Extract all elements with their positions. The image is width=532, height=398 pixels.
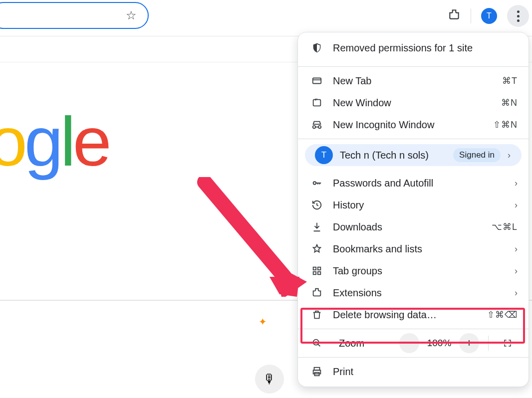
- menu-label: Extensions: [326, 287, 511, 299]
- chevron-right-icon: ›: [511, 244, 518, 254]
- window-icon: [308, 97, 326, 108]
- menu-print[interactable]: Print: [298, 361, 529, 383]
- menu-label: Removed permissions for 1 site: [326, 42, 518, 54]
- menu-profile[interactable]: T Tech n (Tech n sols) Signed in ›: [305, 144, 522, 166]
- extensions-icon[interactable]: [448, 8, 461, 23]
- star-icon: [308, 243, 326, 254]
- profile-avatar-icon: T: [315, 146, 333, 164]
- shortcut-chip-icon: 🎙: [255, 365, 284, 394]
- svg-rect-6: [313, 272, 316, 275]
- chevron-right-icon: ›: [504, 150, 511, 161]
- zoom-value: 100%: [425, 338, 453, 349]
- menu-history[interactable]: History ›: [298, 194, 529, 216]
- zoom-out-button[interactable]: −: [399, 333, 419, 353]
- menu-label: New Tab: [326, 75, 502, 87]
- shortcut-tile[interactable]: 🎙 O Is A Wo…: [240, 365, 299, 398]
- menu-tab-groups[interactable]: Tab groups ›: [298, 260, 529, 282]
- zoom-icon: [308, 338, 326, 349]
- key-icon: [308, 178, 326, 189]
- tab-icon: [308, 75, 326, 86]
- chevron-right-icon: ›: [511, 288, 518, 298]
- menu-separator: [298, 357, 529, 358]
- menu-downloads[interactable]: Downloads ⌥⌘L: [298, 216, 529, 238]
- menu-removed-permissions[interactable]: Removed permissions for 1 site: [298, 32, 529, 63]
- svg-rect-0: [313, 78, 321, 84]
- menu-shortcut: ⌘N: [501, 97, 518, 108]
- puzzle-icon: [308, 287, 326, 298]
- menu-new-window[interactable]: New Window ⌘N: [298, 92, 529, 114]
- menu-label: Delete browsing data…: [326, 309, 487, 321]
- menu-incognito[interactable]: New Incognito Window ⇧⌘N: [298, 114, 529, 136]
- menu-label: Downloads: [326, 221, 492, 233]
- chrome-menu: Removed permissions for 1 site New Tab ⌘…: [297, 32, 529, 387]
- menu-label: Zoom: [332, 338, 393, 349]
- menu-label: Bookmarks and lists: [326, 243, 511, 255]
- menu-label: Tab groups: [326, 265, 511, 277]
- trash-icon: [308, 309, 326, 320]
- separator: [488, 336, 489, 351]
- profile-avatar[interactable]: T: [481, 8, 497, 24]
- svg-rect-2: [313, 100, 321, 106]
- zoom-in-button[interactable]: +: [459, 333, 479, 353]
- signed-in-badge: Signed in: [453, 148, 501, 162]
- menu-shortcut: ⇧⌘N: [493, 119, 518, 130]
- menu-label: Tech n (Tech n sols): [333, 150, 453, 161]
- svg-rect-4: [313, 267, 316, 270]
- menu-label: Passwords and Autofill: [326, 178, 511, 189]
- grid-icon: [308, 265, 326, 276]
- history-icon: [308, 199, 326, 210]
- toolbar-right: T: [448, 5, 529, 27]
- menu-shortcut: ⌥⌘L: [492, 221, 518, 232]
- address-bar[interactable]: ☆: [0, 2, 149, 29]
- menu-extensions[interactable]: Extensions ›: [298, 282, 529, 304]
- menu-new-tab[interactable]: New Tab ⌘T: [298, 70, 529, 92]
- menu-label: Print: [326, 366, 518, 378]
- shield-icon: [308, 42, 326, 53]
- svg-rect-5: [318, 267, 321, 270]
- fullscreen-button[interactable]: [498, 333, 518, 353]
- google-logo: oogle: [0, 101, 109, 182]
- more-button[interactable]: [507, 5, 529, 27]
- download-icon: [308, 221, 326, 232]
- chevron-right-icon: ›: [511, 178, 518, 189]
- sparkle-icon: ✦: [259, 316, 267, 328]
- incognito-icon: [308, 119, 326, 130]
- chevron-right-icon: ›: [511, 266, 518, 276]
- menu-bookmarks[interactable]: Bookmarks and lists ›: [298, 238, 529, 260]
- menu-label: New Incognito Window: [326, 119, 493, 131]
- menu-label: New Window: [326, 97, 501, 109]
- svg-rect-7: [318, 272, 321, 275]
- menu-shortcut: ⌘T: [502, 75, 518, 86]
- star-icon[interactable]: ☆: [126, 8, 137, 22]
- menu-separator: [298, 139, 529, 139]
- menu-passwords[interactable]: Passwords and Autofill ›: [298, 172, 529, 194]
- print-icon: [308, 366, 326, 377]
- menu-zoom: Zoom − 100% +: [298, 332, 529, 354]
- menu-separator: [298, 329, 529, 329]
- chevron-right-icon: ›: [511, 200, 518, 210]
- separator: [471, 8, 471, 23]
- menu-separator: [298, 66, 529, 67]
- menu-label: History: [326, 199, 511, 211]
- svg-point-3: [313, 182, 316, 185]
- menu-delete-browsing-data[interactable]: Delete browsing data… ⇧⌘⌫: [298, 304, 529, 326]
- browser-toolbar: ☆ T: [0, 0, 532, 36]
- menu-shortcut: ⇧⌘⌫: [487, 309, 518, 320]
